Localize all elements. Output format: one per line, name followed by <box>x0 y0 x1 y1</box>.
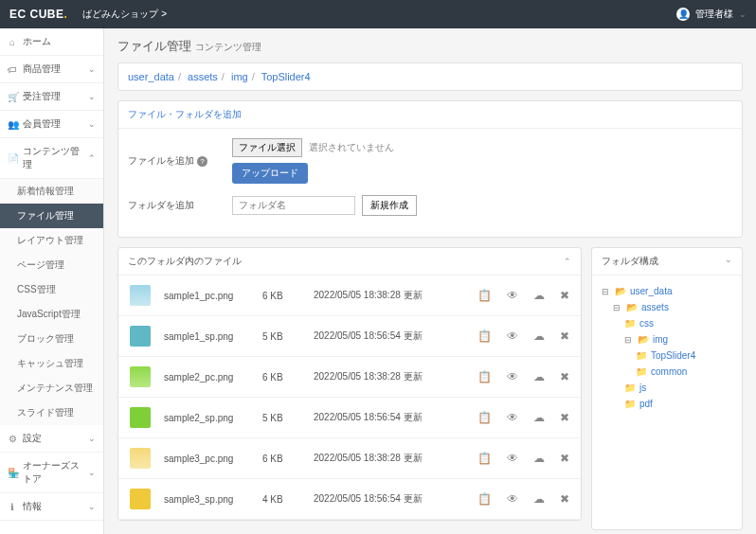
file-thumbnail <box>130 285 151 306</box>
eye-icon[interactable]: 👁 <box>507 492 518 506</box>
chevron-down-icon: ⌄ <box>88 119 96 129</box>
nav-order[interactable]: 🛒受注管理⌄ <box>0 83 103 111</box>
download-icon[interactable]: ☁ <box>533 452 545 465</box>
chevron-down-icon[interactable]: ⌄ <box>725 255 732 268</box>
folder-icon: 📁 <box>636 366 647 377</box>
file-name: sample1_pc.png <box>164 291 249 301</box>
cart-icon: 🛒 <box>8 92 17 102</box>
download-icon[interactable]: ☁ <box>533 411 545 424</box>
subnav-css[interactable]: CSS管理 <box>0 277 103 302</box>
breadcrumb-item[interactable]: user_data <box>128 71 174 82</box>
file-row: sample3_sp.png4 KB2022/05/05 18:56:54 更新… <box>118 479 581 520</box>
choose-file-button[interactable]: ファイル選択 <box>232 138 302 157</box>
nav-home[interactable]: ⌂ホーム <box>0 28 103 56</box>
user-menu[interactable]: 👤 管理者様 ⌄ <box>676 8 747 21</box>
copy-icon[interactable]: 📋 <box>477 289 492 302</box>
subnav-block[interactable]: ブロック管理 <box>0 327 103 351</box>
chevron-down-icon: ⌄ <box>88 468 96 477</box>
minus-icon: ⊟ <box>613 303 622 312</box>
minus-icon: ⊟ <box>624 335 634 345</box>
copy-icon[interactable]: 📋 <box>477 329 492 343</box>
folder-icon: 📁 <box>636 350 647 361</box>
folder-add-label: フォルダを追加 <box>128 199 223 212</box>
copy-icon[interactable]: 📋 <box>477 492 492 506</box>
eye-icon[interactable]: 👁 <box>507 452 518 465</box>
copy-icon[interactable]: 📋 <box>477 411 492 424</box>
info-icon: ℹ <box>8 502 17 512</box>
nav-product[interactable]: 🏷商品管理⌄ <box>0 56 103 83</box>
nav-settings[interactable]: ⚙設定⌄ <box>0 425 103 453</box>
download-icon[interactable]: ☁ <box>533 370 545 383</box>
eye-icon[interactable]: 👁 <box>507 370 518 383</box>
download-icon[interactable]: ☁ <box>533 492 545 506</box>
user-icon: 👤 <box>676 8 690 21</box>
subnav-js[interactable]: JavaScript管理 <box>0 302 103 327</box>
chevron-down-icon: ⌄ <box>739 9 747 19</box>
main-content: ファイル管理コンテンツ管理 user_data/ assets/ img/ To… <box>104 28 756 534</box>
file-list-title: このフォルダ内のファイル <box>128 255 242 268</box>
tree-node-js[interactable]: 📁js <box>602 380 732 396</box>
eye-icon[interactable]: 👁 <box>507 329 518 343</box>
file-date: 2022/05/05 18:56:54 更新 <box>314 411 441 424</box>
shop-link[interactable]: ばどみんショップ > <box>82 8 167 21</box>
chevron-down-icon: ⌄ <box>88 502 96 511</box>
file-list-panel: このフォルダ内のファイル ⌃ sample1_pc.png6 KB2022/05… <box>117 247 582 521</box>
folder-name-input[interactable] <box>232 196 355 215</box>
tree-node-pdf[interactable]: 📁pdf <box>602 396 732 412</box>
folder-icon: 📁 <box>624 318 636 329</box>
subnav-maint[interactable]: メンテナンス管理 <box>0 376 103 400</box>
file-row: sample2_pc.png6 KB2022/05/05 18:38:28 更新… <box>118 357 581 398</box>
tree-node-common[interactable]: 📁common <box>602 364 732 380</box>
breadcrumb-item[interactable]: assets <box>188 71 218 82</box>
breadcrumb-item[interactable]: img <box>231 71 248 82</box>
tree-node-assets[interactable]: ⊟📂assets <box>602 299 732 315</box>
minus-icon: ⊟ <box>602 287 611 296</box>
tree-node-topslider[interactable]: 📁TopSlider4 <box>602 347 732 364</box>
help-icon[interactable]: ? <box>197 156 207 167</box>
subnav-cache[interactable]: キャッシュ管理 <box>0 351 103 376</box>
file-row: sample1_sp.png5 KB2022/05/05 18:56:54 更新… <box>118 316 581 357</box>
file-row: sample2_sp.png5 KB2022/05/05 18:56:54 更新… <box>118 398 581 438</box>
file-name: sample3_pc.png <box>164 454 249 464</box>
delete-icon[interactable]: ✖ <box>560 411 569 424</box>
upload-button[interactable]: アップロード <box>232 163 308 184</box>
subnav-layout[interactable]: レイアウト管理 <box>0 228 103 253</box>
file-date: 2022/05/05 18:38:28 更新 <box>314 452 441 465</box>
subnav-news[interactable]: 新着情報管理 <box>0 179 103 204</box>
page-title: ファイル管理コンテンツ管理 <box>117 38 743 55</box>
brand-logo: EC CUBE. <box>9 8 67 21</box>
no-file-text: 選択されていません <box>309 142 394 152</box>
subnav-slide[interactable]: スライド管理 <box>0 400 103 425</box>
tree-title: フォルダ構成 <box>602 255 658 268</box>
download-icon[interactable]: ☁ <box>533 289 545 302</box>
nav-owners[interactable]: 🏪オーナーズストア⌄ <box>0 453 103 493</box>
new-folder-button[interactable]: 新規作成 <box>362 195 417 216</box>
store-icon: 🏪 <box>8 468 17 478</box>
tree-node-img[interactable]: ⊟📂img <box>602 331 732 347</box>
subnav-page[interactable]: ページ管理 <box>0 253 103 277</box>
file-name: sample3_sp.png <box>164 494 249 505</box>
tree-node-root[interactable]: ⊟📂user_data <box>602 283 732 299</box>
eye-icon[interactable]: 👁 <box>507 289 518 302</box>
delete-icon[interactable]: ✖ <box>560 370 569 383</box>
nav-member[interactable]: 👥会員管理⌄ <box>0 111 103 138</box>
copy-icon[interactable]: 📋 <box>477 452 492 465</box>
delete-icon[interactable]: ✖ <box>560 492 569 506</box>
nav-content[interactable]: 📄コンテンツ管理⌃ <box>0 138 103 179</box>
chevron-up-icon[interactable]: ⌃ <box>564 257 571 266</box>
download-icon[interactable]: ☁ <box>533 329 545 343</box>
delete-icon[interactable]: ✖ <box>560 289 569 302</box>
delete-icon[interactable]: ✖ <box>560 452 569 465</box>
file-date: 2022/05/05 18:38:28 更新 <box>314 289 441 302</box>
folder-open-icon: 📂 <box>638 334 649 345</box>
delete-icon[interactable]: ✖ <box>560 329 569 343</box>
nav-info[interactable]: ℹ情報⌄ <box>0 493 103 521</box>
file-row: sample3_pc.png6 KB2022/05/05 18:38:28 更新… <box>118 438 581 479</box>
breadcrumb-item[interactable]: TopSlider4 <box>261 71 311 82</box>
file-size: 5 KB <box>262 331 300 342</box>
eye-icon[interactable]: 👁 <box>507 411 518 424</box>
file-thumbnail <box>130 448 151 469</box>
copy-icon[interactable]: 📋 <box>477 370 492 383</box>
subnav-file[interactable]: ファイル管理 <box>0 204 103 228</box>
tree-node-css[interactable]: 📁css <box>602 315 732 331</box>
